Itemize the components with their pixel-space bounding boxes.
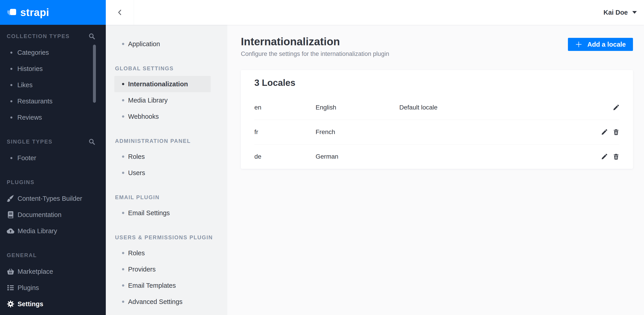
sidebar-item-label: Reviews <box>17 114 42 121</box>
edit-locale-button[interactable] <box>613 104 620 111</box>
locale-code: de <box>254 153 316 160</box>
sidebar-item-likes[interactable]: Likes <box>0 77 106 93</box>
chevron-left-icon <box>116 8 123 17</box>
add-locale-button[interactable]: Add a locale <box>568 38 633 51</box>
bullet-icon <box>122 172 124 174</box>
settings-item-webhooks[interactable]: Webhooks <box>114 108 211 125</box>
locales-card: 3 Locales enEnglishDefault localefrFrenc… <box>241 70 633 169</box>
search-icon[interactable] <box>88 138 96 145</box>
bullet-icon <box>122 252 124 254</box>
settings-section-title: Users & Permissions Plugin <box>106 230 227 245</box>
settings-section-title: Administration Panel <box>106 134 227 148</box>
settings-item-media-library[interactable]: Media Library <box>114 92 211 108</box>
settings-item-label: Advanced Settings <box>128 298 182 305</box>
sidebar-item-categories[interactable]: Categories <box>0 44 106 61</box>
bullet-icon <box>10 100 12 102</box>
sidebar-item-label: Content-Types Builder <box>18 195 82 202</box>
sidebar-section-header: Collection Types <box>0 28 106 44</box>
bullet-icon <box>122 99 124 101</box>
sidebar-section-header: General <box>0 247 106 263</box>
settings-nav: ApplicationGlobal SettingsInternationali… <box>106 25 227 315</box>
sidebar-item-plugins[interactable]: Plugins <box>0 280 106 296</box>
sidebar-item-label: Restaurants <box>17 98 52 105</box>
main-content: Internationalization Configure the setti… <box>227 25 644 315</box>
trash-icon <box>613 129 620 135</box>
locale-code: fr <box>254 128 316 136</box>
sidebar-item-documentation[interactable]: Documentation <box>0 207 106 223</box>
settings-item-users[interactable]: Users <box>114 165 211 181</box>
sidebar-item-footer[interactable]: Footer <box>0 150 106 166</box>
sidebar-section-header: Plugins <box>0 174 106 190</box>
edit-locale-button[interactable] <box>601 129 608 135</box>
sidebar-item-reviews[interactable]: Reviews <box>0 109 106 126</box>
user-menu[interactable]: Kai Doe <box>604 9 644 16</box>
right-region: Kai Doe ApplicationGlobal SettingsIntern… <box>106 0 644 315</box>
sidebar-item-marketplace[interactable]: Marketplace <box>0 263 106 280</box>
gear-icon <box>7 300 14 308</box>
sidebar-section-title: Collection Types <box>7 33 70 40</box>
sidebar-item-settings[interactable]: Settings <box>0 296 106 312</box>
paintbrush-icon <box>7 195 14 202</box>
settings-section-email-plugin: Email PluginEmail Settings <box>106 190 227 221</box>
settings-item-application[interactable]: Application <box>114 36 211 52</box>
settings-section-title: Email Plugin <box>106 190 227 205</box>
delete-locale-button[interactable] <box>613 153 620 160</box>
sidebar-section-single-types: Single TypesFooter <box>0 134 106 166</box>
sidebar-item-restaurants[interactable]: Restaurants <box>0 93 106 109</box>
sidebar-item-label: Settings <box>18 300 43 308</box>
back-button[interactable] <box>106 0 134 25</box>
settings-item-roles[interactable]: Roles <box>114 245 211 261</box>
book-icon <box>7 211 14 219</box>
bullet-icon <box>10 52 12 54</box>
settings-section-top: Application <box>106 36 227 52</box>
add-locale-label: Add a locale <box>587 41 626 48</box>
sidebar-section-title: General <box>7 252 37 258</box>
sidebar-section-general: GeneralMarketplacePluginsSettings <box>0 247 106 312</box>
settings-item-roles[interactable]: Roles <box>114 148 211 165</box>
sidebar-section-header: Single Types <box>0 134 106 150</box>
sidebar-item-label: Plugins <box>18 284 39 291</box>
delete-locale-button[interactable] <box>613 129 620 135</box>
content-row: ApplicationGlobal SettingsInternationali… <box>106 25 644 315</box>
settings-item-internationalization[interactable]: Internationalization <box>114 76 211 92</box>
settings-item-email-templates[interactable]: Email Templates <box>114 277 211 293</box>
bullet-icon <box>10 117 12 119</box>
locales-table: enEnglishDefault localefrFrenchdeGerman <box>254 95 620 169</box>
locale-row-en: enEnglishDefault locale <box>254 95 620 120</box>
page-header-text: Internationalization Configure the setti… <box>241 36 389 58</box>
search-icon[interactable] <box>88 33 96 40</box>
page-subtitle: Configure the settings for the internati… <box>241 51 389 58</box>
bullet-icon <box>122 268 124 270</box>
settings-item-label: Email Templates <box>128 282 176 289</box>
main-sidebar: strapi Collection TypesCategoriesHistori… <box>0 0 106 315</box>
sidebar-scrollbar[interactable] <box>93 45 96 103</box>
settings-item-email-settings[interactable]: Email Settings <box>114 205 211 221</box>
sidebar-item-label: Documentation <box>18 211 62 219</box>
sidebar-nav: Collection TypesCategoriesHistoriesLikes… <box>0 28 106 312</box>
page-title: Internationalization <box>241 36 389 47</box>
sidebar-item-label: Categories <box>17 49 49 56</box>
settings-item-providers[interactable]: Providers <box>114 261 211 277</box>
bullet-icon <box>122 155 124 158</box>
settings-section-users-permissions-plugin: Users & Permissions PluginRolesProviders… <box>106 230 227 310</box>
bullet-icon <box>10 157 12 159</box>
edit-locale-button[interactable] <box>601 153 608 160</box>
settings-item-label: Internationalization <box>128 81 188 88</box>
bullet-icon <box>122 300 124 303</box>
settings-item-label: Webhooks <box>128 113 159 120</box>
settings-item-advanced-settings[interactable]: Advanced Settings <box>114 293 211 310</box>
settings-item-label: Roles <box>128 153 145 160</box>
locale-note: Default locale <box>399 104 613 111</box>
sidebar-item-label: Footer <box>17 154 36 162</box>
strapi-logo[interactable]: strapi <box>0 0 106 25</box>
sidebar-item-media-library[interactable]: Media Library <box>0 223 106 239</box>
settings-item-label: Users <box>128 169 145 177</box>
bullet-icon <box>10 68 12 70</box>
bullet-icon <box>10 84 12 86</box>
app-root: strapi Collection TypesCategoriesHistori… <box>0 0 644 315</box>
sidebar-item-histories[interactable]: Histories <box>0 61 106 77</box>
sidebar-item-content-types-builder[interactable]: Content-Types Builder <box>0 190 106 207</box>
sidebar-item-label: Media Library <box>18 227 57 235</box>
page-header: Internationalization Configure the setti… <box>241 36 633 58</box>
settings-section-global-settings: Global SettingsInternationalizationMedia… <box>106 61 227 125</box>
